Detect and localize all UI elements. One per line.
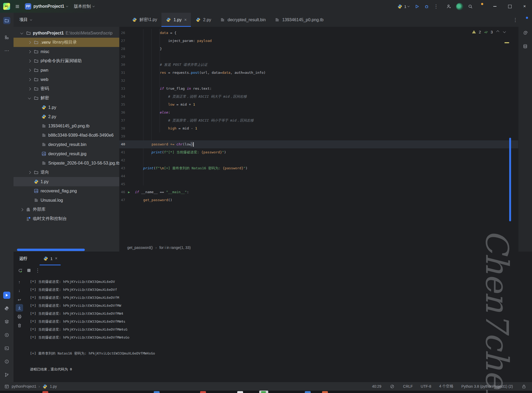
tree-item[interactable]: 逆向 bbox=[14, 168, 119, 177]
status-file[interactable]: 1.py bbox=[50, 384, 57, 388]
maximize-button[interactable] bbox=[502, 0, 517, 13]
run-tool[interactable] bbox=[3, 292, 10, 299]
panel-splitter-handle[interactable] bbox=[17, 249, 85, 251]
highlighting-level[interactable] bbox=[389, 383, 395, 389]
minimize-button[interactable] bbox=[487, 0, 502, 13]
taskbar-app-icon[interactable] bbox=[42, 391, 48, 393]
soft-wrap[interactable]: ↩ bbox=[16, 296, 23, 303]
taskbar-app-icon[interactable] bbox=[154, 391, 160, 393]
version-control-tool[interactable] bbox=[3, 371, 10, 378]
tree-item[interactable]: misc bbox=[14, 47, 119, 56]
more-actions-icon[interactable]: ⋮ bbox=[433, 3, 439, 9]
taskbar-app-icon[interactable] bbox=[322, 391, 328, 393]
scroll-down[interactable]: ↓ bbox=[16, 287, 23, 294]
next-problem-icon[interactable] bbox=[503, 30, 506, 33]
ai-assistant-icon[interactable] bbox=[522, 30, 528, 36]
add-user-icon[interactable] bbox=[446, 3, 452, 9]
readonly-toggle[interactable] bbox=[521, 383, 527, 389]
structure-tool[interactable] bbox=[3, 34, 10, 41]
warning-stripe-mark[interactable] bbox=[504, 42, 509, 43]
editor-tab[interactable]: decrypted_result.bin bbox=[216, 13, 270, 27]
caret-position[interactable]: 40:29 bbox=[372, 384, 381, 388]
taskbar-app-icon[interactable] bbox=[200, 391, 206, 393]
packages-tool[interactable] bbox=[3, 318, 10, 325]
vcs-widget[interactable]: 版本控制 bbox=[74, 4, 94, 9]
tree-item[interactable]: 1.py bbox=[14, 177, 119, 186]
tab-options-icon[interactable]: ⋮ bbox=[512, 17, 518, 23]
close-button[interactable]: × bbox=[517, 0, 532, 13]
project-widget[interactable]: PP pythonProject1 bbox=[25, 3, 68, 10]
taskbar-app-icon[interactable] bbox=[305, 391, 311, 393]
tree-item[interactable]: 解密 bbox=[14, 93, 119, 103]
taskbar-app-icon[interactable] bbox=[259, 391, 268, 393]
settings-gear-icon[interactable] bbox=[477, 3, 483, 9]
chevron-right-icon[interactable] bbox=[27, 171, 32, 174]
code-editor[interactable]: 26 data = {27 inject_param: payload28 }2… bbox=[119, 27, 518, 252]
editor-tab[interactable]: 解密\1.py bbox=[127, 13, 161, 27]
avatar[interactable] bbox=[456, 3, 463, 10]
chevron-right-icon[interactable] bbox=[27, 51, 32, 53]
editor-tab[interactable]: 139346145_p0.png.tb bbox=[270, 13, 328, 27]
tree-item[interactable]: 临时文件和控制台 bbox=[14, 214, 119, 223]
chevron-right-icon[interactable] bbox=[27, 60, 32, 62]
scroll-up[interactable]: ↑ bbox=[16, 278, 23, 286]
more-tools[interactable]: ⋯ bbox=[3, 47, 10, 54]
search-icon[interactable] bbox=[467, 3, 473, 9]
interpreter[interactable]: Python 3.8 (pythonProject1) (2) bbox=[461, 384, 513, 388]
scrollbar-thumb[interactable] bbox=[509, 138, 511, 221]
chevron-right-icon[interactable] bbox=[27, 88, 32, 90]
chevron-down-icon[interactable] bbox=[20, 32, 24, 34]
main-menu-icon[interactable] bbox=[14, 3, 20, 9]
stop-icon[interactable] bbox=[27, 269, 30, 272]
tree-item[interactable]: Unusual.log bbox=[14, 196, 119, 205]
run-tab[interactable]: 1 × bbox=[39, 252, 61, 265]
project-tool[interactable] bbox=[3, 17, 10, 24]
tree-item[interactable]: 密码 bbox=[14, 84, 119, 93]
terminal-tool[interactable] bbox=[3, 345, 10, 352]
tree-item[interactable]: pwn bbox=[14, 66, 119, 75]
inspections-widget[interactable]: 2 3 bbox=[471, 29, 505, 35]
editor-tab[interactable]: 2.py bbox=[191, 13, 215, 27]
debug-button[interactable] bbox=[424, 3, 429, 9]
status-project[interactable]: pythonProject1 bbox=[12, 384, 36, 388]
window-layout-icon[interactable] bbox=[4, 383, 10, 389]
breadcrumb-item[interactable]: for i in range(1, 33) bbox=[159, 245, 191, 250]
python-console-tool[interactable] bbox=[3, 305, 10, 312]
close-icon[interactable]: × bbox=[184, 18, 187, 22]
scroll-to-end[interactable] bbox=[16, 304, 23, 312]
console-output[interactable]: [*] 当前爆破进度: hPkjKYviLQctEW33QmuXL6eDV[*]… bbox=[30, 278, 155, 373]
chevron-right-icon[interactable] bbox=[27, 41, 32, 44]
taskbar-app-icon[interactable] bbox=[237, 391, 243, 393]
breadcrumb-item[interactable]: get_password() bbox=[127, 245, 153, 250]
line-separator[interactable]: CRLF bbox=[403, 384, 413, 388]
chevron-right-icon[interactable] bbox=[20, 209, 24, 211]
rerun-icon[interactable] bbox=[17, 267, 23, 273]
clear-all[interactable] bbox=[16, 322, 23, 329]
tree-item[interactable]: .venv library根目录 bbox=[14, 38, 119, 47]
chevron-down-icon[interactable] bbox=[27, 97, 32, 99]
tree-item[interactable]: php命令执行漏洞辅助 bbox=[14, 56, 119, 66]
tree-item[interactable]: pythonProject1 E:\tools\MetaSword\scrip bbox=[14, 28, 119, 38]
run-button[interactable] bbox=[414, 3, 420, 9]
notifications-bell-icon[interactable] bbox=[522, 17, 528, 23]
chevron-right-icon[interactable] bbox=[27, 69, 32, 71]
prev-problem-icon[interactable] bbox=[496, 30, 499, 33]
console-options-icon[interactable]: ⋮ bbox=[35, 267, 41, 273]
editor-tab[interactable]: 1.py× bbox=[161, 13, 191, 27]
tree-item[interactable]: 139346145_p0.png.tb bbox=[14, 121, 119, 131]
tree-item[interactable]: decrypted_result.bin bbox=[14, 140, 119, 149]
tree-item[interactable]: 外部库 bbox=[14, 205, 119, 214]
tree-item[interactable]: 2.py bbox=[14, 112, 119, 121]
close-icon[interactable]: × bbox=[55, 256, 57, 261]
problems-tool[interactable] bbox=[3, 358, 10, 365]
tree-item[interactable]: web bbox=[14, 75, 119, 84]
database-icon[interactable] bbox=[522, 43, 528, 49]
tree-item[interactable]: Snipaste_2026-04-03_10-56-53.jpg.tb bbox=[14, 158, 119, 168]
run-line-icon[interactable]: ▶ bbox=[128, 188, 130, 196]
project-panel-header[interactable]: 项目 bbox=[14, 13, 119, 27]
encoding[interactable]: UTF-8 bbox=[421, 384, 431, 388]
run-config-selector[interactable]: 1 bbox=[397, 3, 409, 9]
run-panel-title[interactable]: 运行 bbox=[19, 256, 27, 261]
tree-item[interactable]: recovered_flag.png bbox=[14, 186, 119, 196]
indent[interactable]: 4 个空格 bbox=[439, 384, 454, 389]
